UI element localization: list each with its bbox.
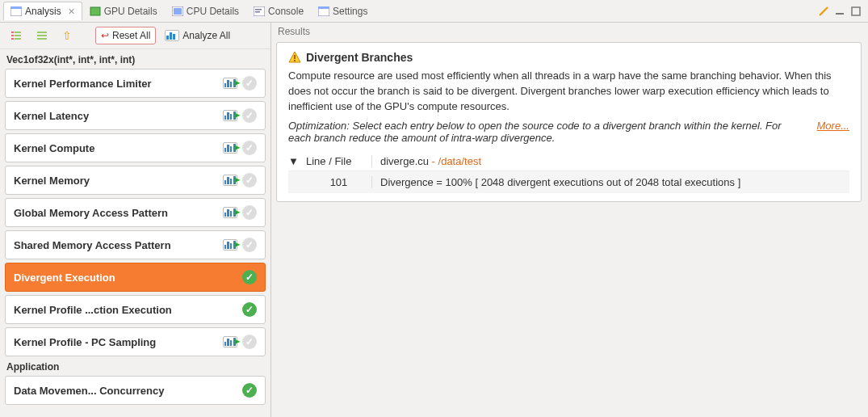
analyze-all-button[interactable]: Analyze All	[159, 27, 236, 44]
svg-rect-14	[11, 35, 14, 36]
svg-rect-12	[11, 32, 14, 33]
svg-rect-20	[37, 38, 47, 40]
reset-all-button[interactable]: ↩ Reset All	[95, 27, 156, 44]
tab-label: Analysis	[25, 6, 61, 17]
tab-gpu-details[interactable]: GPU Details	[82, 2, 165, 20]
chart-icon[interactable]: ➤	[223, 207, 237, 218]
svg-rect-9	[318, 6, 329, 9]
item-kernel-profile-pc[interactable]: Kernel Profile - PC Sampling ➤ ✓	[5, 327, 266, 356]
results-title: Divergent Branches	[306, 51, 413, 64]
item-label: Kernel Compute	[14, 142, 94, 154]
row-line: 101	[303, 176, 372, 188]
right-panel: Results Divergent Branches Compute resou…	[271, 23, 868, 417]
status-gray-icon: ✓	[242, 238, 257, 252]
minimize-icon[interactable]	[834, 6, 845, 17]
svg-rect-15	[15, 35, 21, 36]
item-label: Kernel Latency	[14, 110, 89, 122]
item-label: Data Movemen... Concurrency	[14, 385, 164, 397]
reset-icon: ↩	[101, 30, 109, 41]
item-kernel-compute[interactable]: Kernel Compute ➤ ✓	[5, 133, 266, 162]
collapse-toggle-icon[interactable]: ▼	[288, 155, 303, 167]
up-arrow-button[interactable]: ⇧	[57, 26, 78, 45]
gpu-icon	[90, 6, 101, 16]
item-kernel-latency[interactable]: Kernel Latency ➤ ✓	[5, 101, 266, 130]
left-toolbar: ⇧ ↩ Reset All Analyze All	[0, 23, 270, 49]
item-label: Kernel Profile - PC Sampling	[14, 336, 156, 348]
status-green-icon: ✓	[242, 270, 257, 284]
svg-rect-2	[90, 7, 100, 15]
status-gray-icon: ✓	[242, 335, 257, 349]
table-header-file[interactable]: diverge.cu - /data/test	[372, 155, 849, 167]
pen-icon[interactable]	[818, 6, 829, 17]
svg-rect-22	[294, 60, 296, 61]
svg-rect-13	[15, 32, 21, 33]
status-green-icon: ✓	[242, 383, 257, 398]
list-view-2-button[interactable]	[31, 27, 53, 44]
results-box: Divergent Branches Compute resource are …	[276, 42, 862, 202]
results-body: Compute resource are used most efficient…	[288, 69, 849, 115]
analysis-items: Kernel Performance Limiter ➤ ✓ Kernel La…	[0, 69, 270, 356]
svg-rect-11	[852, 7, 860, 15]
status-green-icon: ✓	[242, 302, 257, 317]
chart-icon[interactable]: ➤	[223, 239, 237, 251]
tab-analysis[interactable]: Analysis ✕	[3, 2, 82, 20]
results-optimization: Optimization: Select each entry below to…	[288, 120, 801, 144]
kernel-section-title: Vec1of32x(int*, int*, int*, int)	[0, 49, 270, 69]
tab-console[interactable]: Console	[246, 2, 311, 20]
item-global-mem-access[interactable]: Global Memory Access Pattern ➤ ✓	[5, 198, 266, 227]
top-tabbar: Analysis ✕ GPU Details CPU Details Conso…	[0, 0, 868, 23]
item-kernel-memory[interactable]: Kernel Memory ➤ ✓	[5, 166, 266, 195]
item-kernel-perf-limiter[interactable]: Kernel Performance Limiter ➤ ✓	[5, 69, 266, 98]
svg-rect-18	[37, 32, 47, 33]
svg-rect-21	[294, 55, 296, 59]
status-gray-icon: ✓	[242, 205, 257, 220]
item-label: Kernel Performance Limiter	[14, 78, 152, 90]
tab-label: Settings	[333, 6, 367, 17]
table-header-line[interactable]: Line / File	[303, 155, 372, 167]
app-section-title: Application	[0, 356, 270, 376]
chart-icon[interactable]: ➤	[223, 78, 237, 89]
svg-rect-19	[37, 35, 47, 36]
settings-icon	[318, 6, 329, 16]
item-label: Divergent Execution	[14, 272, 115, 284]
chart-icon[interactable]: ➤	[223, 142, 237, 154]
more-link[interactable]: More...	[817, 120, 849, 132]
close-icon[interactable]: ✕	[68, 6, 75, 17]
item-label: Global Memory Access Pattern	[14, 207, 168, 219]
item-shared-mem-access[interactable]: Shared Memory Access Pattern ➤ ✓	[5, 230, 266, 259]
chart-icon[interactable]: ➤	[223, 336, 237, 348]
file-path: - /data/test	[429, 155, 481, 167]
maximize-icon[interactable]	[850, 6, 862, 17]
svg-rect-7	[255, 11, 260, 13]
status-gray-icon: ✓	[242, 108, 257, 123]
results-section-label: Results	[271, 23, 868, 40]
tab-settings[interactable]: Settings	[311, 2, 375, 20]
button-label: Reset All	[112, 30, 150, 41]
chart-icon[interactable]: ➤	[223, 175, 237, 186]
item-divergent-execution[interactable]: Divergent Execution ✓	[5, 263, 266, 292]
status-gray-icon: ✓	[242, 173, 257, 187]
svg-rect-4	[174, 8, 182, 15]
svg-rect-16	[11, 38, 14, 40]
svg-rect-17	[15, 38, 21, 40]
item-label: Shared Memory Access Pattern	[14, 239, 171, 251]
file-name: diverge.cu	[380, 155, 429, 167]
item-kernel-profile-exec[interactable]: Kernel Profile ...ction Execution ✓	[5, 295, 266, 324]
status-gray-icon: ✓	[242, 141, 257, 155]
item-data-movement[interactable]: Data Movemen... Concurrency ✓	[5, 376, 266, 405]
button-label: Analyze All	[182, 30, 230, 41]
chart-icon	[165, 30, 179, 41]
list-view-1-button[interactable]	[5, 27, 27, 44]
item-label: Kernel Memory	[14, 175, 90, 187]
svg-rect-1	[10, 6, 22, 9]
item-label: Kernel Profile ...ction Execution	[14, 304, 172, 316]
warning-icon	[288, 51, 301, 64]
analysis-icon	[10, 6, 22, 16]
table-row[interactable]: 101 Divergence = 100% [ 2048 divergent e…	[288, 171, 849, 193]
chart-icon[interactable]: ➤	[223, 110, 237, 121]
tab-cpu-details[interactable]: CPU Details	[165, 2, 246, 20]
cpu-icon	[172, 6, 183, 16]
svg-rect-6	[255, 9, 262, 11]
results-table: ▼ Line / File diverge.cu - /data/test 10…	[288, 152, 849, 193]
left-panel: ⇧ ↩ Reset All Analyze All Vec1of32x(int*…	[0, 23, 271, 417]
